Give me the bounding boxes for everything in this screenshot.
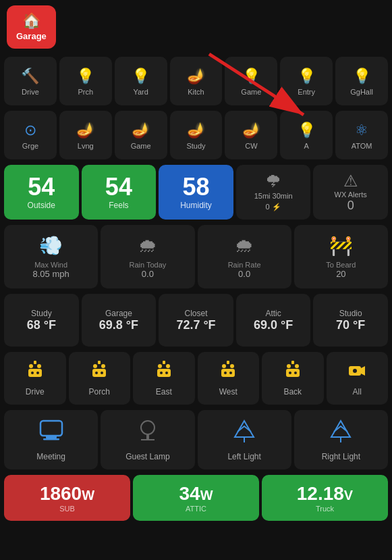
tile-game1[interactable]: 💡 Game xyxy=(225,57,277,105)
feels-value: 54 xyxy=(105,175,132,199)
max-wind-tile[interactable]: 💨 Max Wind 8.05 mph xyxy=(4,225,98,288)
cam-drive-label: Drive xyxy=(26,387,45,397)
gghall-label: GgHall xyxy=(350,88,373,96)
garage-button[interactable]: 🏠 Garage xyxy=(7,5,56,49)
tile-porch[interactable]: 💡 Prch xyxy=(59,57,112,105)
guest-lamp-tile[interactable]: Guest Lamp xyxy=(101,410,194,469)
rain-today-tile[interactable]: 🌧 Rain Today 0.0 xyxy=(101,225,194,288)
gghall-icon: 💡 xyxy=(353,68,371,85)
svg-rect-30 xyxy=(291,361,294,364)
cam-all[interactable]: All xyxy=(327,352,389,405)
tile-lvng[interactable]: 🪔 Lvng xyxy=(59,111,112,159)
study-icon: 🪔 xyxy=(187,122,205,139)
to-beard-tile[interactable]: 🚧 To Beard 20 xyxy=(294,225,388,288)
wx-alerts-tile[interactable]: ⚠ WX Alerts 0 xyxy=(313,165,388,220)
svg-point-4 xyxy=(31,372,34,374)
cam-back-icon xyxy=(282,361,304,384)
rain-today-value: 0.0 xyxy=(142,269,154,279)
tile-study[interactable]: 🪔 Study xyxy=(170,111,223,159)
drive-label: Drive xyxy=(22,88,39,96)
tile-atom[interactable]: ⚛ ATOM xyxy=(335,111,388,159)
study-label: Study xyxy=(186,142,205,150)
light-row: Meeting Guest Lamp Left Light xyxy=(0,407,392,472)
closet-temp-tile[interactable]: Closet 72.7 °F xyxy=(159,294,233,347)
tile-grge[interactable]: ⊙ Grge xyxy=(4,111,57,159)
cam-west-label: West xyxy=(219,387,237,397)
svg-point-25 xyxy=(287,364,291,368)
studio-temp-tile[interactable]: Studio 70 °F xyxy=(313,294,388,347)
svg-rect-12 xyxy=(98,361,101,364)
kitch-label: Kitch xyxy=(188,88,204,96)
kitch-icon: 🪔 xyxy=(187,68,205,85)
attic-power-tile[interactable]: 34W ATTIC xyxy=(133,475,259,521)
studio-temp-value: 70 °F xyxy=(336,318,365,332)
cam-porch-icon xyxy=(88,361,110,384)
svg-rect-36 xyxy=(43,438,59,440)
garage-label: Garage xyxy=(16,31,47,41)
svg-rect-18 xyxy=(163,361,165,364)
meeting-label: Meeting xyxy=(36,452,65,461)
study-temp-tile[interactable]: Study 68 °F xyxy=(4,294,79,347)
room-row-2: ⊙ Grge 🪔 Lvng 🪔 Game 🪔 Study 🪔 CW 💡 A ⚛ … xyxy=(0,108,392,162)
beard-label: To Beard xyxy=(326,261,356,269)
cam-west[interactable]: West xyxy=(198,352,260,405)
svg-point-28 xyxy=(289,372,291,374)
cam-drive[interactable]: Drive xyxy=(4,352,66,405)
game1-label: Game xyxy=(241,88,261,96)
temp-row: Study 68 °F Garage 69.8 °F Closet 72.7 °… xyxy=(0,291,392,349)
cw-label: CW xyxy=(245,142,257,150)
rain-rate-tile[interactable]: 🌧 Rain Rate 0.0 xyxy=(198,225,291,288)
outside-tile[interactable]: 54 Outside xyxy=(4,165,79,220)
feels-label: Feels xyxy=(109,201,128,210)
garage-temp-tile[interactable]: Garage 69.8 °F xyxy=(82,294,157,347)
outside-label: Outside xyxy=(28,201,55,210)
tile-gghall[interactable]: 💡 GgHall xyxy=(335,57,388,105)
cw-icon: 🪔 xyxy=(242,122,260,139)
humidity-tile[interactable]: 58 Humidity xyxy=(159,165,233,220)
drive-time-tile[interactable]: 🌩 15mi 30min0 ⚡ xyxy=(236,165,311,220)
svg-point-16 xyxy=(160,372,163,374)
closet-temp-value: 72.7 °F xyxy=(176,318,215,332)
yard-label: Yard xyxy=(133,88,148,96)
tile-a[interactable]: 💡 A xyxy=(280,111,333,159)
svg-point-23 xyxy=(229,372,232,374)
cam-back[interactable]: Back xyxy=(262,352,324,405)
tile-drive[interactable]: 🔨 Drive xyxy=(4,57,57,105)
tile-cw[interactable]: 🪔 CW xyxy=(225,111,277,159)
cam-east-icon xyxy=(153,361,175,384)
svg-point-2 xyxy=(37,364,41,368)
meeting-tile[interactable]: Meeting xyxy=(4,410,98,469)
right-light-tile[interactable]: Right Light xyxy=(294,410,388,469)
sub-power-label: SUB xyxy=(59,505,75,513)
guest-lamp-label: Guest Lamp xyxy=(125,452,169,461)
tile-kitch[interactable]: 🪔 Kitch xyxy=(170,57,223,105)
wind-row: 💨 Max Wind 8.05 mph 🌧 Rain Today 0.0 🌧 R… xyxy=(0,222,392,291)
cam-porch[interactable]: Porch xyxy=(69,352,131,405)
room-row-1: 🔨 Drive 💡 Prch 💡 Yard 🪔 Kitch 💡 Game 💡 E… xyxy=(0,54,392,108)
sub-power-value: 1860W xyxy=(40,483,94,505)
tile-entry[interactable]: 💡 Entry xyxy=(280,57,333,105)
cam-drive-icon xyxy=(24,361,46,384)
attic-temp-label: Attic xyxy=(265,309,281,318)
feels-tile[interactable]: 54 Feels xyxy=(82,165,157,220)
guest-lamp-icon xyxy=(136,418,160,448)
tile-game2[interactable]: 🪔 Game xyxy=(115,111,167,159)
wind-icon: 💨 xyxy=(39,234,63,257)
tile-yard[interactable]: 💡 Yard xyxy=(115,57,167,105)
attic-temp-tile[interactable]: Attic 69.0 °F xyxy=(236,294,311,347)
truck-power-tile[interactable]: 12.18V Truck xyxy=(262,475,388,521)
cam-west-icon xyxy=(217,361,239,384)
truck-power-value: 12.18V xyxy=(297,483,353,505)
svg-rect-21 xyxy=(221,369,235,377)
game1-icon: 💡 xyxy=(242,68,260,85)
left-light-tile[interactable]: Left Light xyxy=(198,410,291,469)
yard-icon: 💡 xyxy=(132,68,150,85)
cam-east[interactable]: East xyxy=(133,352,195,405)
rain-today-icon: 🌧 xyxy=(138,234,157,257)
sub-power-tile[interactable]: 1860W SUB xyxy=(4,475,130,521)
svg-point-7 xyxy=(93,364,97,368)
garage-icon: 🏠 xyxy=(16,12,47,30)
humidity-value: 58 xyxy=(182,175,209,199)
cam-back-label: Back xyxy=(283,387,302,397)
cam-east-label: East xyxy=(156,387,172,397)
